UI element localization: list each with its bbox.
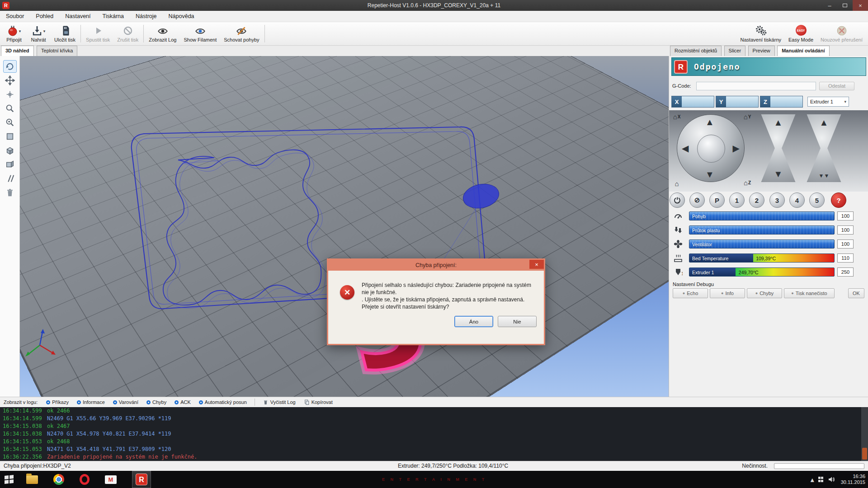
menu-nastaveni[interactable]: Nastavení <box>59 11 96 21</box>
view-iso-button[interactable] <box>3 144 17 157</box>
filter-info-button[interactable]: Informace <box>73 399 109 406</box>
extruder-temp-slider[interactable]: Extruder 1 249,70°C <box>689 267 835 277</box>
parallel-projection-button[interactable] <box>3 172 17 185</box>
home-all-button[interactable]: ⌂ <box>670 178 684 189</box>
extruder-temp-target[interactable]: 250 <box>837 267 854 277</box>
move-view-button[interactable] <box>3 74 17 87</box>
dialog-titlebar[interactable]: Chyba připojení: × <box>328 260 544 271</box>
opera-icon[interactable] <box>80 474 90 485</box>
repetier-host-taskbar-button[interactable]: R <box>132 471 151 488</box>
menu-napoveda[interactable]: Nápověda <box>163 11 200 21</box>
easy-mode-button[interactable]: EASY Easy Mode <box>785 22 817 45</box>
preset-5-button[interactable]: 5 <box>809 192 825 208</box>
clock[interactable]: 16:36 30.11.2015 <box>841 474 865 485</box>
show-log-button[interactable]: Zobrazit Log <box>145 22 180 45</box>
debug-echo-button[interactable]: ●Echo <box>673 288 708 298</box>
tab-manualni-ovladani[interactable]: Manuální ovládání <box>777 46 829 56</box>
fan-value[interactable]: 100 <box>837 239 854 249</box>
tab-slicer[interactable]: Slicer <box>724 46 746 56</box>
z-jog-control[interactable]: ▲ ▼ <box>757 114 800 182</box>
flow-slider[interactable]: Průtok plastu <box>689 225 835 235</box>
motors-off-button[interactable]: ⊘ <box>689 192 705 208</box>
jog-pad-center[interactable] <box>697 135 725 163</box>
hide-travel-button[interactable]: Schovat pohyby <box>220 22 263 45</box>
fan-slider[interactable]: Ventilátor <box>689 239 835 249</box>
jog-y-minus-button[interactable]: ▼ <box>705 170 714 179</box>
file-explorer-icon[interactable] <box>26 475 38 484</box>
start-button[interactable] <box>0 471 18 488</box>
power-button[interactable] <box>670 192 685 208</box>
preset-3-button[interactable]: 3 <box>769 192 785 208</box>
speed-slider[interactable]: Pohyb <box>689 211 835 221</box>
menu-nastroje[interactable]: Nástroje <box>130 11 163 21</box>
maximize-button[interactable] <box>837 0 853 11</box>
retract-button[interactable]: ▲ <box>802 118 845 127</box>
tab-3d-nahled[interactable]: 3D náhled <box>1 46 34 56</box>
show-filament-button[interactable]: Show Filament <box>180 22 220 45</box>
preset-1-button[interactable]: 1 <box>729 192 745 208</box>
menu-tiskarna[interactable]: Tiskárna <box>97 11 130 21</box>
network-icon[interactable] <box>818 477 824 482</box>
view-front-button[interactable] <box>3 130 17 143</box>
load-dropdown-icon[interactable]: ▾ <box>43 29 46 33</box>
zoom-focus-button[interactable] <box>3 116 17 129</box>
zoom-button[interactable] <box>3 102 17 115</box>
volume-icon[interactable] <box>828 476 835 483</box>
delete-object-button[interactable] <box>3 186 17 199</box>
flow-value[interactable]: 100 <box>837 225 854 235</box>
tray-expand-icon[interactable]: ▴ <box>811 475 814 484</box>
z-up-button[interactable]: ▲ <box>757 118 800 127</box>
filter-commands-button[interactable]: Příkazy <box>42 399 73 406</box>
xy-jog-pad[interactable]: ▲ ▼ ◀ ▶ <box>677 114 745 182</box>
home-z-button[interactable]: ⌂Z <box>741 177 754 188</box>
dialog-close-button[interactable]: × <box>529 260 544 269</box>
save-print-button[interactable]: Uložit tisk <box>51 22 79 45</box>
jog-y-plus-button[interactable]: ▲ <box>705 117 714 127</box>
rotate-view-button[interactable] <box>3 60 17 73</box>
preset-2-button[interactable]: 2 <box>749 192 764 208</box>
tab-rozmisteni-objektu[interactable]: Rozmístění objektů <box>670 46 722 56</box>
minimize-button[interactable]: – <box>822 0 837 11</box>
copy-log-button[interactable]: Kopírovat <box>300 398 337 406</box>
debug-info-button[interactable]: ●Info <box>710 288 745 298</box>
connect-button[interactable]: ▾ Připojit <box>2 22 26 45</box>
z-down-button[interactable]: ▼ <box>757 169 800 178</box>
filter-autoscroll-button[interactable]: Automatický posun <box>195 399 251 406</box>
debug-dry-run-button[interactable]: ●Tisk nanečisto <box>784 288 835 298</box>
bed-temp-slider[interactable]: Bed Temperature 109,39°C <box>689 253 835 263</box>
dialog-yes-button[interactable]: Áno <box>454 316 493 327</box>
clear-log-button[interactable]: Vyčistit Log <box>259 398 300 406</box>
view-side-button[interactable] <box>3 158 17 171</box>
menu-soubor[interactable]: Soubor <box>0 11 30 21</box>
preset-4-button[interactable]: 4 <box>789 192 805 208</box>
help-button[interactable]: ? <box>831 192 846 208</box>
close-button[interactable]: × <box>853 0 868 11</box>
home-y-button[interactable]: ⌂Y <box>741 111 754 122</box>
filter-warnings-button[interactable]: Varování <box>109 399 142 406</box>
load-button[interactable]: ▾ Nahrát <box>26 22 51 45</box>
filter-ack-button[interactable]: ACK <box>170 399 195 406</box>
3d-viewport[interactable]: 3 3 <box>20 56 669 397</box>
home-x-button[interactable]: ⌂X <box>670 111 684 122</box>
mail-icon[interactable]: M <box>105 475 117 484</box>
debug-ok-button[interactable]: OK <box>848 288 864 298</box>
extruder-select[interactable]: Extruder 1▾ <box>807 97 849 107</box>
tab-teplotni-krivka[interactable]: Teplotní křivka <box>37 46 77 56</box>
gcode-input[interactable] <box>696 82 816 90</box>
extruder-jog-control[interactable]: ▲ ▼▼ <box>802 114 845 182</box>
tab-preview[interactable]: Preview <box>748 46 775 56</box>
debug-errors-button[interactable]: ●Chyby <box>747 288 782 298</box>
jog-x-minus-button[interactable]: ◀ <box>682 144 689 153</box>
bed-temp-target[interactable]: 110 <box>837 253 854 263</box>
jog-x-plus-button[interactable]: ▶ <box>733 144 740 153</box>
printer-settings-button[interactable]: Nastavení tiskárny <box>737 22 785 45</box>
send-gcode-button[interactable]: Odeslat <box>819 82 854 90</box>
speed-value[interactable]: 100 <box>837 211 854 221</box>
connect-dropdown-icon[interactable]: ▾ <box>19 29 21 33</box>
menu-pohled[interactable]: Pohled <box>30 11 59 21</box>
chrome-icon[interactable] <box>53 474 64 485</box>
move-object-button[interactable] <box>3 88 17 101</box>
park-button[interactable]: P <box>709 192 725 208</box>
filter-errors-button[interactable]: Chyby <box>142 399 170 406</box>
log-scrollbar[interactable] <box>861 407 868 461</box>
